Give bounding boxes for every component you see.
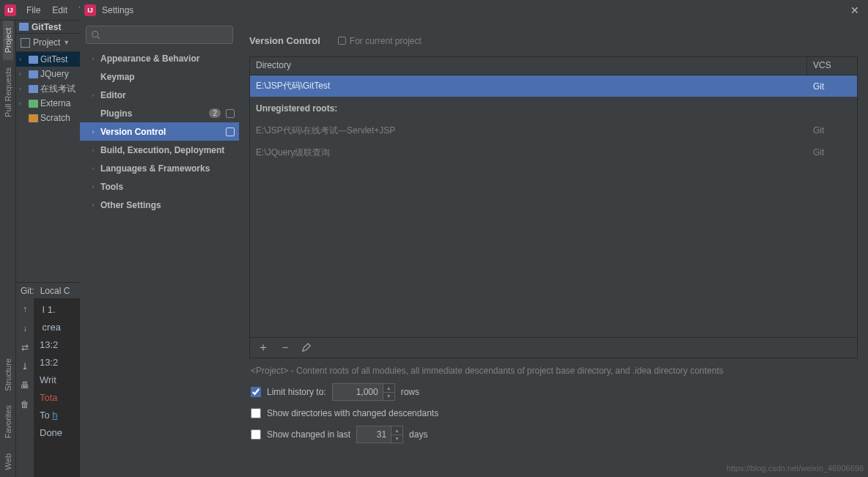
scratch-icon [29, 114, 38, 122]
spinner-up-icon[interactable]: ▲ [391, 426, 402, 435]
tree-row[interactable]: Scratch [16, 111, 80, 125]
spinner-down-icon[interactable]: ▼ [383, 393, 394, 401]
cell-directory: E:\JSP代码\GitTest [250, 80, 807, 92]
project-scope-icon [226, 127, 235, 136]
settings-item-languages[interactable]: ›Languages & Frameworks [80, 159, 239, 177]
arrow-up-icon[interactable]: ↑ [23, 304, 27, 314]
cell-vcs: Git [807, 147, 857, 158]
console-line: I 1. [34, 301, 80, 319]
table-header: Directory VCS [250, 57, 857, 75]
git-label: Git: [21, 286, 34, 296]
settings-item-keymap[interactable]: ›Keymap [80, 67, 239, 86]
app-logo-icon: IJ [84, 4, 96, 16]
rows-label: rows [401, 387, 419, 397]
git-local-tab[interactable]: Local C [40, 286, 70, 296]
limit-history-spinner[interactable]: ▲▼ [332, 383, 395, 401]
menu-file[interactable]: File [21, 5, 46, 15]
settings-tree[interactable]: ›Appearance & Behavior ›Keymap ›Editor ›… [80, 49, 239, 477]
show-changed-value[interactable] [356, 426, 391, 443]
settings-titlebar: IJ Settings ✕ [80, 0, 868, 21]
table-row[interactable]: E:\JSP代码\在线考试---Servlet+JSP Git [250, 119, 857, 141]
git-tabs[interactable]: Git: Local C [16, 283, 80, 298]
tree-row-gittest[interactable]: ›GitTest [16, 52, 80, 67]
trash-icon[interactable]: 🗑 [21, 399, 29, 410]
limit-history-value[interactable] [332, 383, 383, 401]
console-line: Tota [34, 389, 80, 407]
console-line: 13:2 [34, 354, 80, 371]
tree-row[interactable]: ›JQuery [16, 67, 80, 81]
breadcrumb[interactable]: GitTest [16, 21, 80, 34]
project-scope-icon [226, 109, 235, 118]
console-line: Done [34, 424, 80, 442]
cell-vcs: Git [807, 125, 857, 136]
close-button[interactable]: ✕ [846, 4, 864, 16]
show-changed-label: Show changed in last [267, 429, 350, 440]
table-row[interactable]: E:\JSP代码\GitTest Git [250, 75, 857, 97]
scope-indicator: For current project [338, 36, 422, 46]
tree-row[interactable]: ›在线考试 [16, 81, 80, 96]
add-button[interactable]: ＋ [257, 340, 269, 355]
settings-tree-panel: ›Appearance & Behavior ›Keymap ›Editor ›… [80, 21, 239, 477]
console-line: Writ [34, 371, 80, 389]
console-line: To h [34, 407, 80, 424]
print-icon[interactable]: 🖶 [21, 380, 29, 391]
project-scope-icon [338, 37, 346, 45]
settings-item-other[interactable]: ›Other Settings [80, 196, 239, 214]
git-console[interactable]: I 1. crea 13:2 13:2 Writ Tota To h Done [34, 298, 80, 477]
option-show-directories: Show directories with changed descendant… [251, 408, 856, 418]
cell-directory: E:\JQuery级联查询 [250, 147, 807, 159]
project-tool-label: Project [33, 37, 60, 48]
tool-tab-web[interactable]: Web [3, 446, 13, 477]
settings-item-version-control[interactable]: ›Version Control [80, 122, 239, 141]
settings-content: Version Control For current project Dire… [239, 21, 868, 477]
vcs-mappings-table: Directory VCS E:\JSP代码\GitTest Git Unreg… [249, 56, 858, 358]
search-field[interactable] [103, 29, 228, 40]
show-directories-checkbox[interactable] [251, 408, 261, 418]
option-limit-history: Limit history to: ▲▼ rows [251, 383, 856, 401]
limit-history-checkbox[interactable] [251, 387, 261, 397]
show-directories-label: Show directories with changed descendant… [267, 408, 438, 418]
settings-item-editor[interactable]: ›Editor [80, 86, 239, 104]
folder-icon [29, 70, 38, 78]
soft-wrap-icon[interactable]: ⇄ [21, 342, 29, 352]
table-row[interactable]: E:\JQuery级联查询 Git [250, 141, 857, 163]
tool-tab-structure[interactable]: Structure [3, 351, 13, 399]
watermark: https://blog.csdn.net/weixin_46906696 [727, 464, 864, 473]
tree-row[interactable]: ›Externa [16, 96, 80, 111]
settings-page-header: Version Control For current project [249, 35, 858, 46]
unregistered-header: Unregistered roots: [250, 97, 857, 119]
settings-item-tools[interactable]: ›Tools [80, 177, 239, 196]
col-vcs[interactable]: VCS [807, 57, 857, 75]
show-changed-checkbox[interactable] [251, 429, 261, 440]
tool-tab-pull-requests[interactable]: Pull Requests [3, 60, 13, 125]
tool-tab-project[interactable]: Project [3, 21, 13, 60]
cell-vcs: Git [807, 81, 857, 92]
settings-item-appearance[interactable]: ›Appearance & Behavior [80, 49, 239, 67]
settings-title: Settings [102, 5, 846, 15]
folder-icon [29, 85, 38, 93]
show-changed-spinner[interactable]: ▲▼ [356, 426, 403, 443]
table-body[interactable]: E:\JSP代码\GitTest Git Unregistered roots:… [250, 75, 857, 337]
remove-button[interactable]: － [279, 340, 291, 355]
days-label: days [409, 429, 427, 440]
settings-search-input[interactable] [86, 26, 233, 44]
arrow-down-icon[interactable]: ↓ [23, 323, 27, 333]
edit-button[interactable] [301, 343, 311, 352]
app-logo-icon: IJ [4, 4, 16, 16]
spinner-down-icon[interactable]: ▼ [391, 435, 402, 443]
settings-item-build[interactable]: ›Build, Execution, Deployment [80, 141, 239, 159]
settings-item-plugins[interactable]: ›Plugins2 [80, 104, 239, 122]
col-directory[interactable]: Directory [250, 57, 807, 75]
chevron-down-icon[interactable]: ▼ [63, 39, 70, 46]
menu-edit[interactable]: Edit [46, 5, 73, 15]
plugins-badge: 2 [209, 108, 221, 118]
spinner-up-icon[interactable]: ▲ [383, 384, 394, 393]
limit-history-label: Limit history to: [267, 387, 326, 397]
console-line: 13:2 [34, 336, 80, 354]
search-icon [91, 30, 100, 40]
tool-tab-favorites[interactable]: Favorites [3, 398, 13, 445]
option-show-changed: Show changed in last ▲▼ days [251, 426, 856, 443]
svg-line-1 [98, 37, 100, 39]
project-tool-header[interactable]: Project ▼ [16, 34, 80, 52]
scroll-icon[interactable]: ⤓ [21, 361, 29, 371]
